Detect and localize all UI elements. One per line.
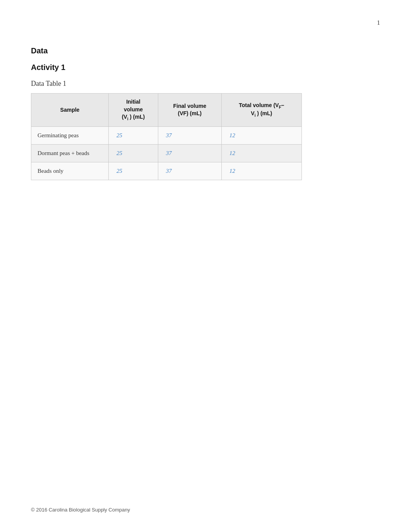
total-volume-germinating: 12 (221, 126, 301, 144)
total-volume-dormant: 12 (221, 144, 301, 162)
initial-volume-germinating: 25 (109, 126, 158, 144)
table-title: Data Table 1 (31, 80, 380, 88)
header-total-volume: Total volume (VF–Vi ) (mL) (221, 94, 301, 127)
section-title: Data (31, 46, 380, 55)
page-number: 1 (377, 19, 380, 26)
initial-volume-dormant: 25 (109, 144, 158, 162)
sample-dormant: Dormant peas + beads (31, 144, 109, 162)
sample-beads: Beads only (31, 162, 109, 180)
header-initial-volume: Initialvolume(Vi ) (mL) (109, 94, 158, 127)
table-header-row: Sample Initialvolume(Vi ) (mL) Final vol… (31, 94, 302, 127)
final-volume-germinating: 37 (158, 126, 221, 144)
final-volume-beads: 37 (158, 162, 221, 180)
header-final-volume: Final volume(VF) (mL) (158, 94, 221, 127)
initial-volume-beads: 25 (109, 162, 158, 180)
sample-germinating: Germinating peas (31, 126, 109, 144)
table-row: Dormant peas + beads 25 37 12 (31, 144, 302, 162)
footer: © 2016 Carolina Biological Supply Compan… (31, 507, 130, 513)
table-row: Beads only 25 37 12 (31, 162, 302, 180)
activity-title: Activity 1 (31, 63, 380, 72)
table-row: Germinating peas 25 37 12 (31, 126, 302, 144)
final-volume-dormant: 37 (158, 144, 221, 162)
data-table: Sample Initialvolume(Vi ) (mL) Final vol… (31, 93, 302, 180)
header-sample: Sample (31, 94, 109, 127)
total-volume-beads: 12 (221, 162, 301, 180)
